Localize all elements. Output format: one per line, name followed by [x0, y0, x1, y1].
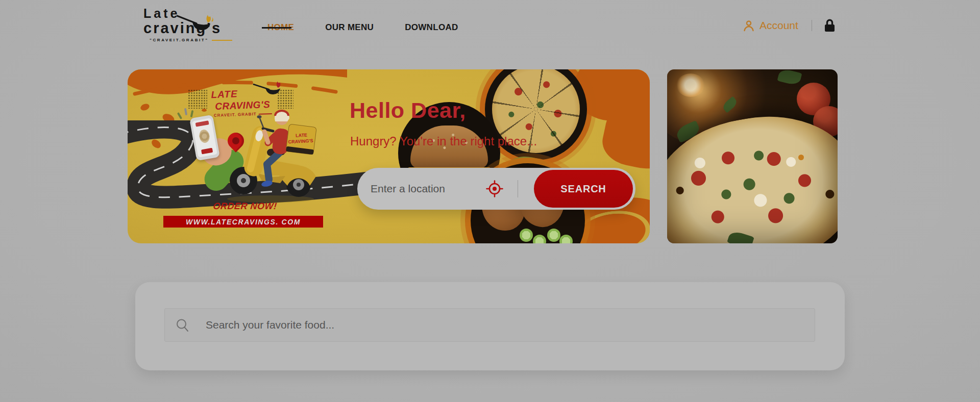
badge-pan-icon	[253, 81, 285, 99]
hero-heading: Hello Dear,	[350, 98, 466, 123]
search-bar-divider	[518, 180, 518, 197]
location-search-bar: SEARCH	[357, 168, 635, 210]
phone-order-badge	[201, 148, 213, 155]
phone-fingerprint	[198, 129, 210, 144]
person-icon	[743, 19, 755, 32]
locate-me-button[interactable]	[486, 180, 503, 197]
hero-pizza-image	[667, 69, 838, 243]
cucumber-slice	[559, 235, 573, 243]
brand-logo[interactable]: Late craving's "CRAVEIT.GRABIT"	[143, 7, 246, 51]
phone-screen	[192, 118, 217, 158]
orange-dot-marker	[798, 155, 804, 160]
crosshair-locate-icon	[486, 180, 503, 197]
active-nav-strike	[262, 27, 291, 29]
food-search-card	[135, 282, 845, 370]
header-divider	[812, 20, 812, 31]
cucumber-slice	[533, 235, 546, 243]
header-right: Account	[743, 15, 836, 36]
order-now-text: ORDER NOW!	[188, 201, 302, 212]
nav-item-download-label: DOWNLOAD	[405, 22, 458, 32]
location-input[interactable]	[371, 168, 483, 210]
account-label: Account	[760, 19, 798, 32]
nav-item-our-menu[interactable]: OUR MENU	[325, 22, 374, 33]
nav-item-download[interactable]: DOWNLOAD	[405, 22, 458, 33]
food-search-input[interactable]	[165, 309, 815, 341]
account-button[interactable]: Account	[743, 19, 798, 32]
delivery-scooter-illustration: LATE CRAVING'S	[222, 99, 319, 204]
phone-app-header	[195, 120, 209, 127]
nav-item-our-menu-label: OUR MENU	[325, 22, 374, 32]
main-nav: HOME OUR MENU DOWNLOAD	[267, 22, 458, 33]
hero-subheading: Hungry? You're in the right place...	[350, 134, 537, 148]
hero-banner: LATE CRAVING'S CRAVEIT. GRABIT	[128, 69, 650, 243]
site-header: Late craving's "CRAVEIT.GRABIT" HOME OUR…	[0, 0, 980, 57]
website-banner: WWW.LATECRAVINGS. COM	[163, 216, 323, 228]
food-search-bar	[164, 308, 815, 342]
cucumber-slice	[547, 229, 560, 242]
dot-pattern-left	[188, 89, 207, 109]
lock-icon	[823, 18, 836, 33]
cucumber-slice	[520, 229, 533, 242]
page: Late craving's "CRAVEIT.GRABIT" HOME OUR…	[0, 0, 980, 402]
tagline-underline	[212, 40, 232, 41]
wok-pan-icon	[176, 14, 216, 36]
photo-vignette	[667, 69, 838, 243]
delivery-box-text-line1: LATE	[296, 133, 307, 138]
search-button[interactable]: SEARCH	[534, 170, 633, 208]
lock-button[interactable]	[823, 18, 836, 33]
website-url: WWW.LATECRAVINGS. COM	[186, 218, 301, 226]
nav-item-home[interactable]: HOME	[267, 22, 294, 33]
brand-tagline: "CRAVEIT.GRABIT"	[150, 38, 209, 42]
